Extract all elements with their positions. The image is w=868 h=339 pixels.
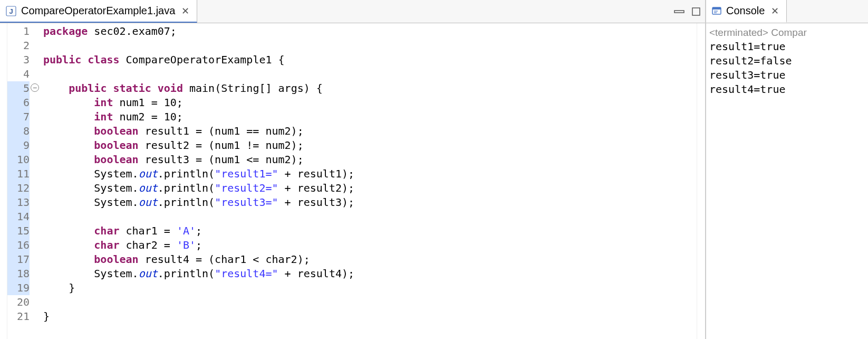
line-number: 19: [7, 281, 30, 295]
console-tab-bar: Console ✕: [706, 0, 868, 23]
code-text: num1 = 10;: [113, 96, 182, 109]
code-text: System.: [43, 196, 139, 209]
code-text: System.: [43, 182, 139, 194]
code-text: .println(: [158, 196, 215, 209]
editor-tab[interactable]: J CompareOperatorExample1.java ✕: [0, 0, 197, 23]
line-number-gutter: 1 2 3 4 5 6 7 8 9 10 11 12 13 14 15 16 1…: [7, 23, 33, 339]
code-text: }: [43, 281, 75, 294]
console-icon: [711, 6, 722, 16]
code-text: + result1);: [278, 167, 355, 180]
marker-column: [0, 23, 7, 339]
keyword: class: [88, 53, 119, 66]
string-literal: "result2=": [215, 182, 278, 194]
console-body[interactable]: <terminated> Comparresult1=trueresult2=f…: [706, 23, 868, 339]
keyword: char: [94, 239, 119, 251]
line-number: 9: [7, 138, 30, 153]
console-output-line: result2=false: [709, 54, 865, 68]
code-text: ;: [196, 239, 202, 251]
console-tab[interactable]: Console ✕: [706, 0, 787, 23]
console-status: <terminated> Compar: [709, 25, 865, 40]
java-file-icon: J: [5, 5, 17, 17]
line-number: 4: [7, 67, 30, 81]
keyword: int: [94, 110, 113, 123]
close-icon[interactable]: ✕: [179, 5, 191, 17]
svg-text:J: J: [9, 7, 13, 15]
console-output-line: result4=true: [709, 82, 865, 97]
code-text: result1 = (num1 == num2);: [139, 125, 304, 137]
editor-tab-label: CompareOperatorExample1.java: [21, 5, 175, 17]
maximize-icon[interactable]: [691, 7, 701, 16]
field-ref: out: [139, 182, 158, 194]
line-number: 1: [7, 24, 30, 39]
overview-ruler[interactable]: [697, 23, 705, 339]
editor-window-controls: [673, 0, 701, 23]
keyword: char: [94, 224, 119, 237]
line-number: 13: [7, 195, 30, 210]
line-number: 2: [7, 39, 30, 53]
keyword: int: [94, 96, 113, 109]
code-text: + result2);: [278, 182, 355, 194]
line-number: 8: [7, 124, 30, 138]
code-text: result3 = (num1 <= num2);: [139, 153, 304, 166]
line-number: 12: [7, 181, 30, 195]
field-ref: out: [139, 267, 158, 280]
editor-tab-bar: J CompareOperatorExample1.java ✕: [0, 0, 705, 23]
keyword: boolean: [94, 153, 138, 166]
keyword: static: [113, 82, 151, 95]
keyword: public: [69, 82, 107, 95]
line-number: 3: [7, 53, 30, 67]
code-text: }: [43, 310, 50, 323]
close-icon[interactable]: ✕: [769, 5, 781, 17]
line-number: 16: [7, 238, 30, 252]
string-literal: 'A': [177, 224, 196, 237]
field-ref: out: [139, 167, 158, 180]
console-pane: Console ✕ <terminated> Comparresult1=tru…: [706, 0, 868, 339]
line-number: 15: [7, 224, 30, 238]
code-text: .println(: [158, 182, 215, 194]
line-number: 10: [7, 153, 30, 167]
code-area[interactable]: package sec02.exam07;public class Compar…: [42, 23, 697, 339]
editor-pane: J CompareOperatorExample1.java ✕ 1 2 3 4…: [0, 0, 706, 339]
string-literal: "result1=": [215, 167, 278, 180]
svg-rect-2: [674, 11, 684, 13]
code-text: System.: [43, 267, 139, 280]
code-text: char1 =: [120, 224, 177, 237]
code-text: + result3);: [278, 196, 355, 209]
keyword: boolean: [94, 125, 138, 137]
line-number: 7: [7, 110, 30, 124]
code-text: result2 = (num1 != num2);: [139, 139, 304, 152]
string-literal: 'B': [177, 239, 196, 251]
line-number: 21: [7, 309, 30, 324]
keyword: package: [43, 25, 88, 37]
code-text: char2 =: [120, 239, 177, 251]
keyword: boolean: [94, 139, 138, 152]
code-text: ;: [196, 224, 202, 237]
code-text: sec02.exam07;: [88, 25, 177, 37]
code-text: + result4);: [278, 267, 355, 280]
line-number: 5: [7, 81, 30, 96]
line-number: 6: [7, 96, 30, 110]
console-tab-label: Console: [726, 5, 765, 17]
string-literal: "result4=": [215, 267, 278, 280]
editor-body[interactable]: 1 2 3 4 5 6 7 8 9 10 11 12 13 14 15 16 1…: [0, 23, 705, 339]
code-text: .println(: [158, 267, 215, 280]
svg-rect-3: [692, 8, 700, 15]
field-ref: out: [139, 196, 158, 209]
line-number: 18: [7, 267, 30, 281]
code-text: result4 = (char1 < char2);: [139, 253, 310, 266]
code-text: CompareOperatorExample1 {: [120, 53, 285, 66]
string-literal: "result3=": [215, 196, 278, 209]
line-number: 20: [7, 295, 30, 309]
line-number: 11: [7, 167, 30, 181]
line-number: 14: [7, 210, 30, 224]
console-output-line: result3=true: [709, 68, 865, 82]
code-text: num2 = 10;: [113, 110, 182, 123]
fold-collapse-icon[interactable]: −: [31, 83, 39, 92]
code-text: main(String[] args) {: [183, 82, 323, 95]
console-output-line: result1=true: [709, 40, 865, 54]
keyword: boolean: [94, 253, 138, 266]
minimize-icon[interactable]: [673, 8, 685, 15]
code-text: .println(: [158, 167, 215, 180]
code-text: System.: [43, 167, 139, 180]
svg-rect-5: [712, 7, 721, 10]
